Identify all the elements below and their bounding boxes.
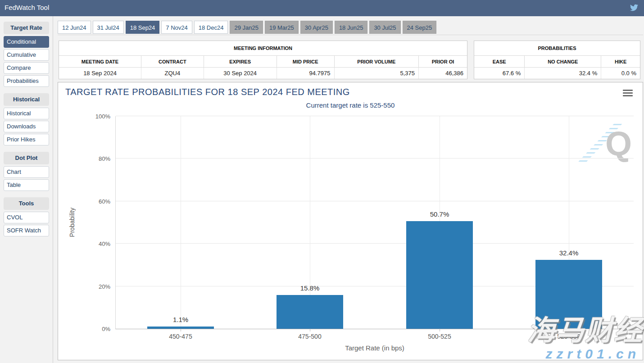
sidebar-header-target-rate: Target Rate bbox=[4, 22, 49, 34]
sidebar-section-target-rate: Target RateConditionalCumulativeCompareP… bbox=[0, 22, 53, 87]
probabilities-header-hike: HIKE bbox=[601, 56, 640, 68]
y-tick-label-0: 0% bbox=[82, 326, 110, 332]
meeting-info-value-contract: ZQU4 bbox=[141, 68, 204, 79]
sidebar-item-probabilities[interactable]: Probabilities bbox=[4, 75, 49, 87]
gridline-y bbox=[116, 201, 634, 201]
sidebar: Target RateConditionalCumulativeCompareP… bbox=[0, 16, 53, 363]
x-axis-title: Target Rate (in bps) bbox=[116, 344, 634, 352]
tab-31-jul24[interactable]: 31 Jul24 bbox=[93, 21, 124, 34]
tab-30-apr25[interactable]: 30 Apr25 bbox=[300, 21, 333, 34]
bar-500-525[interactable] bbox=[406, 221, 473, 329]
probabilities-header-row: EASENO CHANGEHIKE bbox=[474, 56, 640, 68]
probabilities-value-hike: 0.0 % bbox=[601, 68, 640, 79]
sidebar-item-chart[interactable]: Chart bbox=[4, 166, 49, 178]
sidebar-section-dot-plot: Dot PlotChartTable bbox=[0, 152, 53, 191]
bar-525-550[interactable] bbox=[535, 260, 602, 329]
meeting-info-header-contract: CONTRACT bbox=[141, 56, 204, 68]
x-tick-label-500-525: 500-525 bbox=[408, 333, 471, 340]
chart-title: TARGET RATE PROBABILITIES FOR 18 SEP 202… bbox=[65, 87, 350, 97]
meeting-info-value-mid-price: 94.7975 bbox=[277, 68, 335, 79]
sidebar-section-historical: HistoricalHistoricalDownloadsPrior Hikes bbox=[0, 93, 53, 145]
x-tick bbox=[569, 329, 569, 331]
chart-panel: TARGET RATE PROBABILITIES FOR 18 SEP 202… bbox=[58, 82, 643, 360]
probabilities-value-no-change: 32.4 % bbox=[525, 68, 601, 79]
tab-18-dec24[interactable]: 18 Dec24 bbox=[194, 21, 228, 34]
sidebar-item-conditional[interactable]: Conditional bbox=[4, 36, 49, 48]
chart-menu-icon[interactable] bbox=[623, 90, 633, 98]
gridline-y bbox=[116, 158, 634, 159]
chart-subtitle: Current target rate is 525-550 bbox=[58, 101, 643, 109]
tab-7-nov24[interactable]: 7 Nov24 bbox=[161, 21, 192, 34]
sidebar-section-tools: ToolsCVOLSOFR Watch bbox=[0, 197, 53, 236]
y-tick-label-40: 40% bbox=[82, 240, 110, 247]
probabilities-table: PROBABILITIESEASENO CHANGEHIKE67.6 %32.4… bbox=[474, 41, 640, 79]
sidebar-item-downloads[interactable]: Downloads bbox=[4, 121, 49, 132]
data-label-450-475: 1.1% bbox=[154, 316, 208, 323]
meeting-info-header-mid-price: MID PRICE bbox=[277, 56, 335, 68]
bar-475-500[interactable] bbox=[277, 295, 343, 329]
sidebar-header-tools: Tools bbox=[4, 197, 49, 210]
sidebar-header-dot-plot: Dot Plot bbox=[4, 152, 49, 164]
y-tick-label-80: 80% bbox=[82, 155, 110, 162]
data-label-500-525: 50.7% bbox=[413, 210, 467, 218]
meeting-info-header-prior-volume: PRIOR VOLUME bbox=[335, 56, 419, 68]
meeting-date-tabs: 12 Jun2431 Jul2418 Sep247 Nov2418 Dec242… bbox=[58, 21, 643, 35]
meeting-information-table: MEETING INFORMATIONMEETING DATECONTRACTE… bbox=[59, 41, 467, 79]
x-tick-label-525-550: 525-550 bbox=[537, 333, 600, 340]
x-tick bbox=[310, 329, 310, 331]
x-tick-label-475-500: 475-500 bbox=[278, 333, 341, 340]
meeting-info-header-row: MEETING DATECONTRACTEXPIRESMID PRICEPRIO… bbox=[59, 56, 467, 68]
sidebar-item-compare[interactable]: Compare bbox=[4, 62, 49, 74]
bar-450-475[interactable] bbox=[147, 327, 214, 329]
meeting-info-header-prior-oi: PRIOR OI bbox=[419, 56, 467, 68]
probabilities-header-no-change: NO CHANGE bbox=[525, 56, 601, 68]
x-tick-label-450-475: 450-475 bbox=[149, 333, 212, 340]
probabilities-value-row: 67.6 %32.4 %0.0 % bbox=[474, 68, 640, 79]
tab-29-jan25[interactable]: 29 Jan25 bbox=[230, 21, 263, 34]
y-tick-label-100: 100% bbox=[82, 113, 110, 120]
fedwatch-app: FedWatch Tool Target RateConditionalCumu… bbox=[0, 0, 644, 363]
sidebar-item-table[interactable]: Table bbox=[4, 179, 49, 191]
data-label-525-550: 32.4% bbox=[542, 249, 596, 257]
top-bar: FedWatch Tool bbox=[0, 0, 644, 16]
meeting-info-value-expires: 30 Sep 2024 bbox=[204, 68, 277, 79]
x-tick bbox=[440, 329, 440, 331]
sidebar-item-cvol[interactable]: CVOL bbox=[4, 212, 49, 223]
sidebar-header-historical: Historical bbox=[4, 93, 49, 106]
twitter-icon[interactable] bbox=[630, 4, 639, 12]
tab-12-jun24[interactable]: 12 Jun24 bbox=[58, 21, 91, 34]
tab-19-mar25[interactable]: 19 Mar25 bbox=[265, 21, 299, 34]
meeting-info-header-expires: EXPIRES bbox=[204, 56, 277, 68]
sidebar-item-historical[interactable]: Historical bbox=[4, 108, 49, 119]
data-label-475-500: 15.8% bbox=[283, 284, 337, 292]
gridline-x bbox=[181, 116, 181, 329]
meeting-info-value-prior-oi: 46,386 bbox=[419, 68, 467, 79]
sidebar-item-sofr-watch[interactable]: SOFR Watch bbox=[4, 225, 49, 236]
y-axis-title: Probability bbox=[65, 116, 79, 329]
probabilities-title: PROBABILITIES bbox=[474, 41, 640, 56]
y-tick-label-20: 20% bbox=[82, 283, 110, 290]
main-content: 12 Jun2431 Jul2418 Sep247 Nov2418 Dec242… bbox=[58, 16, 643, 363]
plot-area: Probability Target Rate (in bps) 0%20%40… bbox=[115, 116, 634, 329]
tab-24-sep25[interactable]: 24 Sep25 bbox=[403, 21, 437, 34]
probabilities-value-ease: 67.6 % bbox=[474, 68, 525, 79]
tab-18-sep24[interactable]: 18 Sep24 bbox=[126, 21, 160, 34]
meeting-info-title: MEETING INFORMATION bbox=[59, 41, 467, 56]
y-tick-label-60: 60% bbox=[82, 198, 110, 205]
meeting-info-value-prior-volume: 5,375 bbox=[335, 68, 419, 79]
meeting-info-value-meeting-date: 18 Sep 2024 bbox=[59, 68, 141, 79]
meeting-info-value-row: 18 Sep 2024ZQU430 Sep 202494.79755,37546… bbox=[59, 68, 467, 79]
app-title: FedWatch Tool bbox=[5, 4, 49, 11]
meeting-info-header-meeting-date: MEETING DATE bbox=[59, 56, 141, 68]
gridline-y bbox=[116, 243, 634, 244]
gridline-y bbox=[116, 116, 634, 116]
x-tick bbox=[181, 329, 181, 331]
sidebar-item-cumulative[interactable]: Cumulative bbox=[4, 49, 49, 61]
probabilities-header-ease: EASE bbox=[474, 56, 525, 68]
sidebar-item-prior-hikes[interactable]: Prior Hikes bbox=[4, 134, 49, 145]
tab-30-jul25[interactable]: 30 Jul25 bbox=[369, 21, 400, 34]
tab-18-jun25[interactable]: 18 Jun25 bbox=[335, 21, 368, 34]
